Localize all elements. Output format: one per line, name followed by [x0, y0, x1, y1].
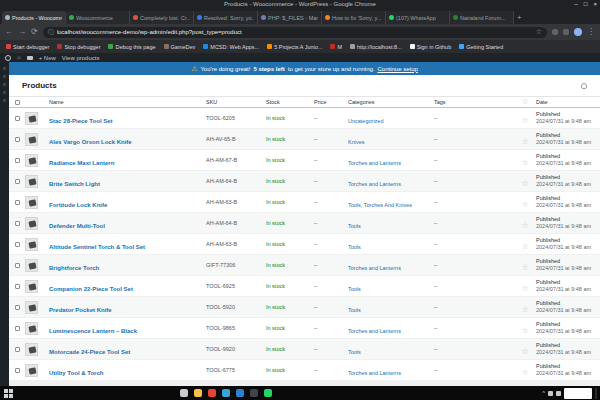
product-thumbnail[interactable] [25, 217, 38, 230]
product-thumbnail[interactable] [25, 364, 38, 377]
column-header-stock[interactable]: Stock [266, 99, 314, 105]
taskbar-app-icon[interactable] [208, 389, 216, 397]
address-bar[interactable]: ⓘ localhost/woocommerce-demo/wp-admin/ed… [43, 27, 547, 38]
row-checkbox[interactable] [15, 116, 20, 121]
row-checkbox[interactable] [15, 263, 20, 268]
product-name-link[interactable]: Altitude Sentinel Torch & Tool Set [49, 244, 145, 250]
product-name-link[interactable]: Luminescence Lantern – Black [49, 328, 137, 334]
column-header-name[interactable]: Name [49, 99, 206, 105]
bookmark-item[interactable]: GameDev [164, 44, 196, 50]
row-checkbox[interactable] [15, 284, 20, 289]
featured-star-icon[interactable]: ☆ [521, 326, 528, 335]
bookmark-item[interactable]: Start debugger [6, 44, 49, 50]
product-name-link[interactable]: Brite Switch Light [49, 181, 100, 187]
forward-icon[interactable]: → [18, 24, 26, 40]
browser-tab[interactable]: Completely lost. Cr... [130, 11, 194, 24]
browser-tab[interactable]: Resolved: Sorry, yo... [194, 11, 258, 24]
bookmark-star-icon[interactable]: ☆ [536, 28, 542, 36]
profile-avatar[interactable] [574, 28, 582, 36]
close-button[interactable]: × [593, 0, 597, 9]
column-header-price[interactable]: Price [314, 99, 348, 105]
category-link[interactable]: Torches and Lanterns [348, 265, 401, 271]
column-header-categories[interactable]: Categories [348, 99, 434, 105]
category-link[interactable]: Tools [348, 286, 361, 292]
category-link[interactable]: Torches and Lanterns [348, 370, 401, 376]
product-thumbnail[interactable] [25, 112, 38, 125]
category-link[interactable]: Knives [348, 139, 365, 145]
home-icon[interactable]: ⌂ [17, 53, 21, 62]
featured-star-icon[interactable]: ☆ [521, 347, 528, 356]
bookmark-item[interactable]: Debug this page [108, 44, 155, 50]
menu-icon[interactable]: ⋮ [587, 24, 595, 40]
product-thumbnail[interactable] [25, 133, 38, 146]
featured-star-icon[interactable]: ☆ [521, 137, 528, 146]
bookmark-item[interactable]: http://localhost:8... [350, 44, 402, 50]
row-checkbox[interactable] [15, 347, 20, 352]
wordpress-logo-icon[interactable] [5, 55, 11, 61]
extension-icon[interactable] [552, 29, 558, 35]
product-name-link[interactable]: Defender Multi-Tool [49, 223, 105, 229]
adminbar-new-button[interactable]: + New [39, 55, 56, 61]
extension-icon[interactable] [563, 29, 569, 35]
column-header-tags[interactable]: Tags [434, 99, 514, 105]
taskbar-app-icon[interactable] [222, 389, 230, 397]
row-checkbox[interactable] [15, 242, 20, 247]
browser-tab[interactable]: PHP: $_FILES - Manu... [258, 11, 322, 24]
row-checkbox[interactable] [15, 200, 20, 205]
category-link[interactable]: Torches and Lanterns [348, 328, 401, 334]
product-thumbnail[interactable] [25, 301, 38, 314]
category-link[interactable]: Tools, Torches And Knives [348, 202, 412, 208]
row-checkbox[interactable] [15, 305, 20, 310]
featured-star-icon[interactable]: ☆ [521, 284, 528, 293]
bookmark-item[interactable]: Stop debugger [57, 44, 100, 50]
browser-tab[interactable]: Woocommerce [66, 11, 130, 24]
featured-star-icon[interactable]: ☆ [521, 221, 528, 230]
product-thumbnail[interactable] [25, 175, 38, 188]
maximize-button[interactable]: □ [584, 0, 588, 9]
new-tab-button[interactable]: + [517, 11, 522, 24]
taskbar-app-icon[interactable] [236, 389, 244, 397]
select-all-checkbox[interactable] [15, 100, 20, 105]
product-name-link[interactable]: Alex Vargo Orson Lock Knife [49, 139, 132, 145]
row-checkbox[interactable] [15, 326, 20, 331]
featured-star-icon[interactable]: ☆ [521, 263, 528, 272]
row-checkbox[interactable] [15, 368, 20, 373]
product-name-link[interactable]: Predator Pocket Knife [49, 307, 112, 313]
window-titlebar[interactable]: Products - Woocommerce - WordPress - Goo… [0, 0, 600, 9]
category-link[interactable]: Uncategorized [348, 118, 383, 124]
comments-icon[interactable] [27, 56, 33, 60]
product-thumbnail[interactable] [25, 280, 38, 293]
featured-star-icon[interactable]: ☆ [521, 368, 528, 377]
row-checkbox[interactable] [15, 179, 20, 184]
minimize-button[interactable]: – [575, 0, 578, 9]
browser-tab[interactable]: Products - Woocomm... [2, 11, 66, 24]
featured-star-icon[interactable]: ☆ [521, 242, 528, 251]
product-name-link[interactable]: Stac 28-Piece Tool Set [49, 118, 113, 124]
product-thumbnail[interactable] [25, 259, 38, 272]
site-info-icon[interactable]: ⓘ [48, 28, 54, 37]
network-icon[interactable] [548, 391, 553, 396]
featured-column-icon[interactable]: ☆ [521, 97, 528, 106]
taskbar-app-icon[interactable] [264, 389, 272, 397]
product-name-link[interactable]: Fortitude Lock Knife [49, 202, 107, 208]
category-link[interactable]: Tools [348, 349, 361, 355]
show-desktop-button[interactable] [595, 388, 597, 399]
browser-tab[interactable]: Nairaland Forum... [450, 11, 514, 24]
row-checkbox[interactable] [15, 158, 20, 163]
product-name-link[interactable]: Brightforce Torch [49, 265, 99, 271]
volume-icon[interactable] [556, 391, 561, 396]
featured-star-icon[interactable]: ☆ [521, 158, 528, 167]
taskbar-app-icon[interactable] [180, 389, 188, 397]
featured-star-icon[interactable]: ☆ [521, 116, 528, 125]
product-thumbnail[interactable] [25, 343, 38, 356]
bookmark-item[interactable]: MCSD: Web Apps... [203, 44, 259, 50]
product-name-link[interactable]: Radiance Maxi Lantern [49, 160, 114, 166]
bookmark-item[interactable]: Getting Started [459, 44, 503, 50]
featured-star-icon[interactable]: ☆ [521, 305, 528, 314]
continue-setup-link[interactable]: Continue setup [377, 66, 417, 72]
activity-bell-icon[interactable] [581, 83, 587, 89]
product-thumbnail[interactable] [25, 196, 38, 209]
category-link[interactable]: Torches and Lanterns [348, 160, 401, 166]
bookmark-item[interactable]: Sign in Github [410, 44, 452, 50]
back-icon[interactable]: ← [5, 24, 13, 40]
